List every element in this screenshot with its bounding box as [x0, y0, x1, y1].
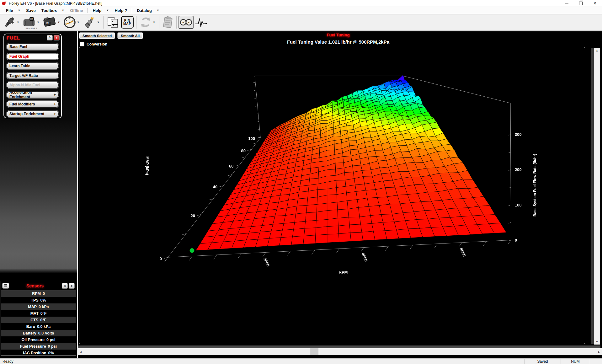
toolbar-separator [159, 16, 159, 29]
horizontal-scroll-thumb[interactable] [310, 348, 318, 355]
toolbar-separator [176, 16, 177, 29]
menu-item-toolbox[interactable]: Toolbox▼ [39, 7, 67, 14]
plot-right-gutter [591, 48, 594, 344]
chevron-down-icon[interactable]: ▼ [18, 9, 20, 12]
scroll-up-icon[interactable]: ▲ [594, 48, 600, 53]
toolbar-button-dual-gauges[interactable] [178, 16, 194, 29]
toolbar-separator [136, 16, 136, 29]
fuel-nav-base-fuel[interactable]: Base Fuel [6, 43, 59, 51]
sensors-module-icon [22, 17, 36, 28]
chevron-down-icon[interactable]: ▼ [97, 21, 100, 24]
fuel-nav-target-a-f-ratio[interactable]: Target A/F Ratio [6, 72, 59, 79]
fuel-panel-title: FUEL [7, 35, 46, 40]
menu-item-datalog[interactable]: Datalog▼ [134, 7, 162, 14]
sensor-row-cts: CTS0°F [1, 317, 76, 323]
title-bar: Holley EFI V6 - [Base Fuel Graph::MPI48B… [0, 0, 602, 7]
toolbar-button-gauge[interactable]: ▼ [62, 15, 81, 29]
fuel-panel-close-button[interactable]: x [54, 35, 60, 40]
holley-logo-icon [2, 1, 7, 5]
sync-icon [139, 16, 152, 29]
sensor-row-tps: TPS0% [1, 297, 76, 303]
menu-separator [88, 8, 88, 13]
sensor-row-iac-position: IAC Position0% [1, 350, 76, 356]
expand-plus-icon[interactable]: + [54, 102, 56, 106]
menu-separator [132, 8, 132, 13]
toolbar: ▼SENSORS▼EFI▼▼▼PINMAP▼ [0, 14, 602, 30]
sensors-next-button[interactable]: > [69, 283, 75, 289]
chevron-down-icon[interactable]: ▼ [37, 21, 40, 24]
chevron-down-icon[interactable]: ▼ [106, 9, 109, 12]
sensors-panel: Sensors < > RPM0TPS0%MAP0 kPaMAT0°FCTS0°… [1, 281, 76, 356]
toolbar-button-sync: ▼ [138, 15, 157, 29]
datalog-notes-icon [162, 16, 174, 29]
sensor-row-mat: MAT0°F [1, 310, 76, 317]
status-num: NUM [561, 359, 590, 364]
toolbar-button-waveform[interactable] [194, 15, 208, 29]
menu-item-save[interactable]: Save [23, 7, 38, 14]
fuel-graph-panel: Fuel Tuning Fuel Tuning Value 1.021 lb/h… [77, 31, 602, 358]
status-ready: Ready [0, 359, 524, 364]
vertical-scrollbar[interactable]: ▲ ▼ [594, 48, 600, 345]
sensor-row-battery: Battery0.0 Volts [1, 330, 76, 336]
smooth-selected-button[interactable]: Smooth Selected [79, 32, 115, 39]
sensors-panel-title: Sensors [9, 283, 61, 288]
conversion-option: Conversion [80, 42, 107, 46]
conversion-checkbox[interactable] [80, 42, 84, 46]
chevron-down-icon[interactable]: ▼ [153, 21, 156, 24]
menu-item-file[interactable]: File▼ [3, 7, 23, 14]
chevron-down-icon[interactable]: ▼ [17, 21, 19, 24]
3d-plot-frame [79, 47, 585, 344]
toolbar-button-transfer-maps[interactable] [105, 15, 120, 29]
chevron-down-icon[interactable]: ▼ [57, 21, 60, 24]
menu-item-help[interactable]: Help ? [112, 7, 130, 14]
status-bar: Ready Saved NUM [0, 358, 602, 364]
scroll-down-icon[interactable]: ▼ [594, 339, 600, 345]
fuel-nav-startup-enrichment[interactable]: Startup Enrichment+ [6, 110, 59, 118]
sensors-prev-button[interactable]: < [62, 283, 68, 289]
fuel-panel: FUEL ^ x Base FuelFuel GraphLearn TableT… [3, 34, 62, 118]
sensor-row-oil-pressure: Oil Pressure0 psi [1, 336, 76, 343]
sensor-row-map: MAP0 kPa [1, 303, 76, 310]
fuel-nav-fuel-graph[interactable]: Fuel Graph [6, 53, 59, 60]
scroll-right-icon[interactable]: ► [596, 348, 602, 355]
horizontal-scrollbar[interactable]: ◄ ► [78, 348, 602, 355]
dual-gauges-icon [180, 18, 192, 26]
menu-item-offline: Offline [67, 7, 86, 14]
plot-bottom-gutter [78, 345, 600, 348]
toolbar-button-sensors-module[interactable]: SENSORS▼ [22, 15, 41, 29]
toolbar-separator [103, 16, 104, 29]
pin-map-icon[interactable]: PINMAP [121, 16, 134, 29]
toolbar-button-spark-plug[interactable]: ▼ [82, 15, 101, 29]
expand-plus-icon[interactable]: + [54, 93, 56, 97]
fuel-nav-acceleration-enrichment[interactable]: Acceleration Enrichment+ [6, 91, 59, 99]
chevron-down-icon[interactable]: ▼ [77, 21, 80, 24]
chart-subtitle: Fuel Tuning Value 1.021 lb/hr @ 500RPM,2… [78, 39, 599, 45]
chevron-down-icon[interactable]: ▼ [157, 9, 159, 12]
ecu-icon [42, 16, 57, 29]
toolbar-caption: SENSORS [22, 27, 41, 29]
sensors-list-icon[interactable] [2, 283, 9, 289]
fuel-surface-3d-chart[interactable] [79, 47, 585, 344]
sensor-row-rpm: RPM0 [1, 290, 76, 297]
restore-button[interactable] [574, 0, 588, 7]
left-sidebar: FUEL ^ x Base FuelFuel GraphLearn TableT… [0, 31, 77, 358]
smooth-all-button[interactable]: Smooth All [117, 32, 143, 39]
fuel-nav-fuel-modifiers[interactable]: Fuel Modifiers+ [6, 100, 59, 108]
fuel-nav-learn-table[interactable]: Learn Table [6, 62, 59, 70]
conversion-label: Conversion [87, 42, 107, 46]
toolbar-button-injector[interactable]: ▼ [2, 15, 21, 29]
window-title: Holley EFI V6 - [Base Fuel Graph::MPI48B… [9, 1, 102, 6]
menu-item-help[interactable]: Help▼ [90, 7, 112, 14]
sensor-row-fuel-pressure: Fuel Pressure0 psi [1, 343, 76, 350]
scroll-left-icon[interactable]: ◄ [78, 348, 83, 355]
gauge-icon [63, 16, 76, 29]
fuel-panel-collapse-button[interactable]: ^ [47, 35, 53, 40]
toolbar-button-pin-map[interactable]: PINMAP [120, 15, 134, 29]
toolbar-button-ecu[interactable]: EFI▼ [42, 15, 62, 29]
chevron-down-icon[interactable]: ▼ [61, 9, 64, 12]
expand-plus-icon[interactable]: + [54, 112, 56, 116]
minimize-button[interactable] [560, 0, 574, 7]
close-button[interactable]: × [588, 0, 602, 7]
status-saved: Saved [524, 359, 561, 364]
waveform-icon [195, 16, 207, 29]
